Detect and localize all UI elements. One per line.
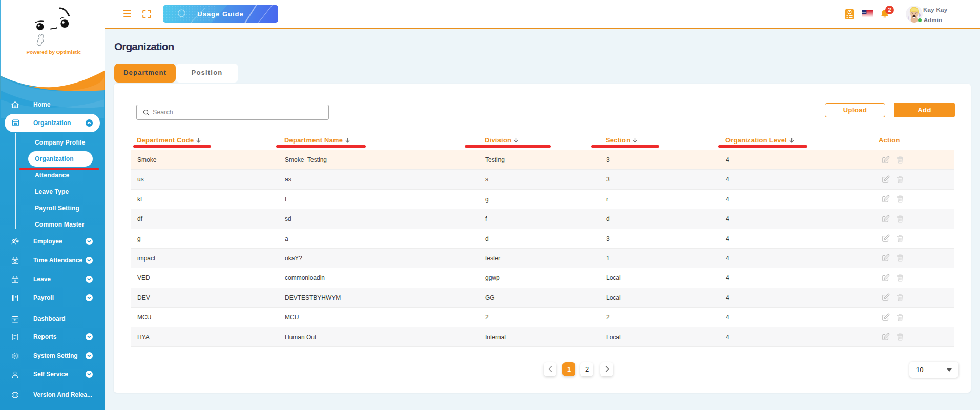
svg-text:Powered by Optimistic: Powered by Optimistic [26, 49, 81, 55]
svg-text:31: 31 [13, 319, 16, 322]
